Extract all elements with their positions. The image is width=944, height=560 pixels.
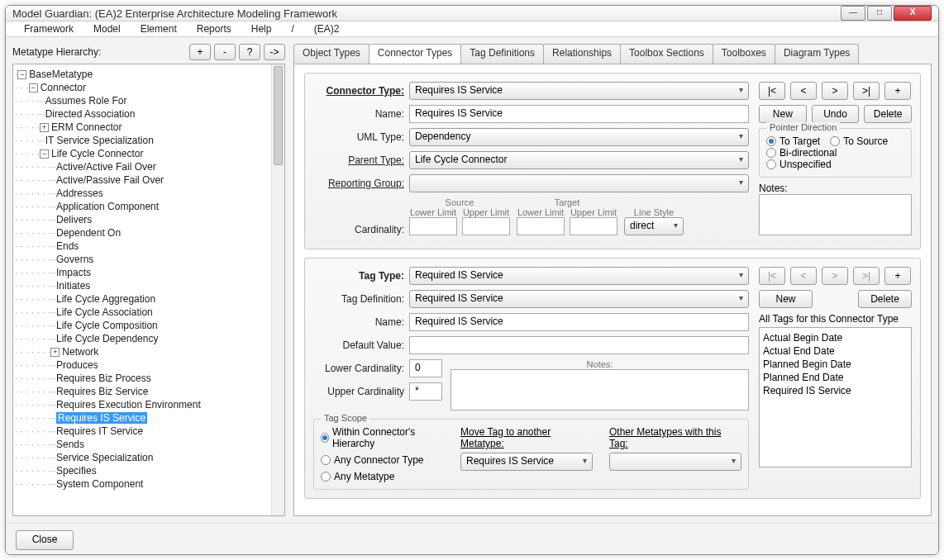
- hierarchy-remove-button[interactable]: -: [214, 44, 236, 60]
- tt-nav-last[interactable]: >|: [853, 267, 880, 285]
- menu-reports[interactable]: Reports: [188, 21, 240, 36]
- tt-new-button[interactable]: New: [759, 290, 813, 308]
- target-upper-input[interactable]: [570, 217, 617, 235]
- scope-any-metatype[interactable]: Any Metatype: [321, 471, 434, 482]
- tree-item[interactable]: · · · · · · · ·· Life Cycle Association: [15, 306, 283, 319]
- hierarchy-add-button[interactable]: +: [189, 44, 211, 60]
- reporting-group-dropdown[interactable]: [409, 174, 749, 192]
- tree-item[interactable]: · · · · · · · ·· Delivers: [15, 213, 283, 226]
- tree-item[interactable]: · · · · · · · ·· Life Cycle Aggregation: [15, 292, 283, 306]
- tab-toolboxes[interactable]: Toolboxes: [713, 44, 775, 64]
- tag-def-dropdown[interactable]: Required IS Service: [409, 290, 749, 308]
- menu-element[interactable]: Element: [132, 21, 185, 36]
- tree-item[interactable]: · · · · · · · ·· Ends: [15, 240, 283, 253]
- lower-card-input[interactable]: 0: [409, 359, 442, 377]
- tree-item[interactable]: · · · · · · · ·· Service Specialization: [15, 451, 283, 464]
- tree-item[interactable]: · · · · · · · ·· System Component: [15, 477, 283, 491]
- tab-toolbox-sections[interactable]: Toolbox Sections: [620, 44, 713, 64]
- pointer-unspecified[interactable]: Unspecified: [766, 159, 832, 170]
- tree-item[interactable]: · · · · · · · ·· Dependent On: [15, 226, 283, 240]
- maximize-button[interactable]: □: [867, 6, 892, 21]
- tt-nav-prev[interactable]: <: [790, 267, 817, 285]
- tab-connector-types[interactable]: Connector Types: [369, 44, 462, 64]
- connector-type-label: Connector Type:: [313, 85, 404, 97]
- ct-nav-next[interactable]: >: [822, 82, 848, 100]
- ct-undo-button[interactable]: Undo: [812, 105, 860, 123]
- tree-item[interactable]: · · · · · · · ·· Requires IT Service: [15, 425, 283, 438]
- tree-item[interactable]: · · · · · · · ·· Application Component: [15, 200, 283, 213]
- ct-nav-last[interactable]: >|: [853, 82, 880, 100]
- other-metatypes-dropdown[interactable]: [609, 453, 741, 471]
- tab-diagram-types[interactable]: Diagram Types: [775, 44, 859, 64]
- tag-notes-textarea[interactable]: [451, 369, 749, 411]
- tag-list-item[interactable]: Required IS Service: [763, 384, 908, 397]
- minimize-button[interactable]: —: [841, 6, 865, 21]
- default-value-input[interactable]: [409, 336, 749, 354]
- tree-item[interactable]: · · · · · · · ·· Requires IS Service: [15, 411, 283, 425]
- ct-nav-prev[interactable]: <: [790, 82, 817, 100]
- ct-nav-add[interactable]: +: [884, 82, 911, 100]
- tree-item[interactable]: · · · · · · · +Network: [15, 345, 283, 358]
- window-title: Model Guardian: (EA)2 Enterprise Archite…: [12, 7, 841, 20]
- uml-type-dropdown[interactable]: Dependency: [409, 128, 749, 146]
- close-window-button[interactable]: X: [894, 6, 932, 21]
- tree-item[interactable]: · · · · · · · ·· Life Cycle Composition: [15, 319, 283, 332]
- tree-item[interactable]: · · · · · · · ·· Produces: [15, 358, 283, 372]
- tree-item[interactable]: · · · · · · · ·· Requires Execution Envi…: [15, 398, 283, 411]
- hierarchy-tree[interactable]: · −BaseMetatype· · · −Connector· · · · ·…: [12, 64, 285, 516]
- ct-new-button[interactable]: New: [759, 105, 807, 123]
- tt-delete-button[interactable]: Delete: [858, 290, 912, 308]
- close-button[interactable]: Close: [16, 530, 74, 550]
- all-tags-listbox[interactable]: Actual Begin DateActual End DatePlanned …: [759, 327, 912, 467]
- other-metatypes-label: Other Metatypes with this Tag:: [609, 426, 741, 449]
- tag-list-item[interactable]: Actual End Date: [763, 344, 908, 358]
- tree-item[interactable]: · · · · · · · ·· Active/Passive Fail Ove…: [15, 173, 283, 187]
- menu-model[interactable]: Model: [85, 21, 129, 36]
- pointer-to-source[interactable]: To Source: [830, 135, 888, 147]
- tag-list-item[interactable]: Actual Begin Date: [763, 331, 908, 344]
- tag-name-input[interactable]: Required IS Service: [409, 313, 749, 331]
- tab-tag-definitions[interactable]: Tag Definitions: [460, 44, 544, 64]
- tag-list-item[interactable]: Planned Begin Date: [763, 358, 908, 371]
- tree-item[interactable]: · · · · · · · ·· Addresses: [15, 187, 283, 200]
- tab-object-types[interactable]: Object Types: [293, 44, 369, 64]
- ct-nav-first[interactable]: |<: [759, 82, 785, 100]
- pointer-bidirectional[interactable]: Bi-directional: [766, 147, 837, 159]
- hierarchy-go-button[interactable]: ->: [264, 44, 285, 60]
- connector-name-input[interactable]: Requires IS Service: [409, 105, 749, 123]
- tree-item[interactable]: · · · · · · · ·· Impacts: [15, 266, 283, 279]
- tree-item[interactable]: · · · · · · · ·· Active/Active Fail Over: [15, 160, 283, 173]
- tree-item[interactable]: · · · · · · · ·· Specifies: [15, 464, 283, 477]
- tree-item[interactable]: · · · · · · · ·· Initiates: [15, 279, 283, 292]
- line-style-dropdown[interactable]: direct: [624, 217, 684, 235]
- scope-any-connector[interactable]: Any Connector Type: [321, 454, 434, 466]
- menu-help[interactable]: Help: [243, 21, 280, 36]
- tag-list-item[interactable]: Planned End Date: [763, 371, 908, 384]
- parent-type-dropdown[interactable]: Life Cycle Connector: [409, 151, 749, 169]
- tree-item[interactable]: · · · · · · · ·· Requires Biz Service: [15, 385, 283, 398]
- tree-item[interactable]: · · · · · · · ·· Governs: [15, 253, 283, 266]
- move-tag-dropdown[interactable]: Requires IS Service: [460, 453, 593, 471]
- source-upper-input[interactable]: [462, 217, 510, 235]
- tree-scrollbar[interactable]: [271, 64, 284, 515]
- connector-type-dropdown[interactable]: Requires IS Service: [409, 82, 749, 100]
- connector-notes-textarea[interactable]: [759, 194, 912, 235]
- tree-item[interactable]: · · · · · · · ·· Sends: [15, 438, 283, 451]
- ct-delete-button[interactable]: Delete: [864, 105, 912, 123]
- tag-type-label: Tag Type:: [313, 270, 404, 282]
- menu-ea2[interactable]: (EA)2: [306, 21, 348, 36]
- source-lower-input[interactable]: [409, 217, 457, 235]
- tt-nav-first[interactable]: |<: [759, 267, 785, 285]
- pointer-to-target[interactable]: To Target: [766, 135, 820, 147]
- tt-nav-next[interactable]: >: [822, 267, 848, 285]
- upper-card-input[interactable]: *: [409, 382, 442, 401]
- tab-relationships[interactable]: Relationships: [543, 44, 621, 64]
- tree-item[interactable]: · · · · · · · ·· Life Cycle Dependency: [15, 332, 283, 345]
- hierarchy-help-button[interactable]: ?: [239, 44, 260, 60]
- menu-framework[interactable]: Framework: [16, 21, 82, 36]
- tree-item[interactable]: · · · · · · · ·· Requires Biz Process: [15, 372, 283, 385]
- scope-within[interactable]: Within Connector's Hierarchy: [321, 426, 434, 449]
- target-lower-input[interactable]: [517, 217, 565, 235]
- tag-type-dropdown[interactable]: Required IS Service: [409, 267, 749, 285]
- tt-nav-add[interactable]: +: [884, 267, 911, 285]
